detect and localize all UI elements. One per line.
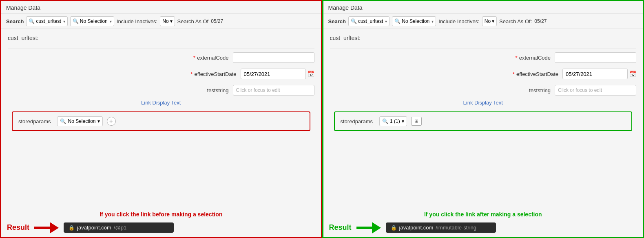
left-link-display-text[interactable]: Link Display Text [141, 100, 181, 106]
right-record-title: cust_urltest: [330, 35, 637, 41]
left-date-wrapper: 📅 [241, 69, 314, 79]
left-search-value: cust_urltest [36, 18, 61, 24]
right-panel: Manage Data Search 🔍 cust_urltest ▾ 🔍 No… [322, 0, 644, 238]
left-teststring-row: teststring Click or focus to edit [8, 85, 314, 96]
left-selection-label: No Selection [80, 18, 108, 24]
right-search-as-of-label: Search As Of: [499, 18, 532, 24]
right-external-code-row: * externalCode [330, 52, 637, 63]
left-include-arrow-icon: ▾ [170, 18, 173, 24]
right-storedparams-selection: 1 (1) [390, 118, 400, 124]
left-divider [8, 49, 314, 49]
right-arrow-graphic [356, 224, 381, 232]
right-include-arrow-icon: ▾ [492, 18, 494, 24]
left-external-code-required: * [193, 55, 195, 61]
left-result-row: Result 🔒 javatpoint.com /@p1 [1, 219, 321, 237]
left-storedparams-dropdown[interactable]: 🔍 No Selection ▾ [57, 116, 102, 126]
right-storedparams-grid-button[interactable]: ⊞ [411, 117, 422, 126]
right-include-dropdown[interactable]: No ▾ [482, 16, 497, 26]
right-link-display-row: Link Display Text [330, 100, 637, 106]
right-search-dropdown[interactable]: 🔍 cust_urltest ▾ [348, 16, 389, 26]
left-selection-search-icon: 🔍 [73, 18, 79, 24]
right-storedparams-label: storedparams [341, 118, 373, 125]
left-include-label: Include Inactives: [117, 18, 157, 24]
left-lock-icon: 🔒 [69, 225, 75, 231]
right-date-wrapper: 📅 [562, 69, 636, 79]
left-selection-arrow-icon: ▾ [110, 19, 112, 24]
right-storedparams-dropdown[interactable]: 🔍 1 (1) ▾ [379, 116, 407, 126]
left-selection-dropdown[interactable]: 🔍 No Selection ▾ [70, 16, 114, 26]
left-storedparams-selection: No Selection [68, 118, 95, 124]
right-storedparams-arrow-icon: ▾ [402, 118, 404, 124]
left-external-code-input[interactable] [233, 52, 314, 63]
left-teststring-label: teststring [207, 87, 229, 93]
right-include-label: Include Inactives: [438, 18, 479, 24]
right-calendar-icon[interactable]: 📅 [629, 71, 636, 77]
left-search-dropdown[interactable]: 🔍 cust_urltest ▾ [26, 16, 67, 26]
right-selection-dropdown[interactable]: 🔍 No Selection ▾ [392, 16, 436, 26]
left-url-bar: 🔒 javatpoint.com /@p1 [64, 222, 174, 233]
left-external-code-label: externalCode [197, 55, 228, 61]
right-external-code-label: externalCode [519, 55, 551, 61]
left-record-title: cust_urltest: [8, 35, 314, 41]
left-toolbar: Search 🔍 cust_urltest ▾ 🔍 No Selection ▾… [1, 13, 321, 29]
right-url-path: /immutable-string [436, 225, 476, 231]
right-result-label: Result [329, 223, 352, 232]
left-storedparams-add-button[interactable]: + [107, 117, 116, 126]
right-teststring-input[interactable]: Click or focus to edit [555, 85, 636, 96]
left-search-label: Search [6, 18, 24, 24]
left-search-as-of-value: 05/27 [211, 18, 223, 24]
right-search-icon: 🔍 [351, 18, 357, 24]
right-url-bar: 🔒 javatpoint.com /immutable-string [386, 222, 496, 233]
left-arrow-head [50, 222, 59, 234]
left-search-arrow-icon: ▾ [63, 19, 65, 24]
right-selection-arrow-icon: ▾ [432, 19, 434, 24]
right-storedparams-search-icon: 🔍 [382, 118, 388, 124]
left-result-label: Result [7, 223, 29, 232]
left-calendar-icon[interactable]: 📅 [308, 71, 314, 77]
left-effective-date-row: * effectiveStartDate 📅 [8, 69, 314, 79]
left-storedparams-box: storedparams 🔍 No Selection ▾ + [12, 111, 310, 131]
left-search-as-of-label: Search As Of [177, 18, 209, 24]
right-effective-date-row: * effectiveStartDate 📅 [330, 69, 637, 79]
left-panel-title: Manage Data [1, 1, 321, 13]
right-search-label: Search [328, 18, 346, 24]
right-arrow-line [356, 227, 372, 229]
left-content: cust_urltest: * externalCode * effective… [1, 29, 321, 209]
left-include-dropdown[interactable]: No ▾ [160, 16, 175, 26]
left-url-path: /@p1 [114, 225, 126, 231]
left-effective-date-required: * [190, 71, 193, 77]
left-arrow-line [34, 227, 50, 229]
right-effective-date-input[interactable] [562, 69, 628, 79]
right-content: cust_urltest: * externalCode * effective… [323, 29, 643, 209]
left-effective-date-label: effectiveStartDate [194, 71, 236, 77]
right-lock-icon: 🔒 [391, 225, 397, 231]
right-selection-search-icon: 🔍 [394, 18, 401, 24]
right-storedparams-box: storedparams 🔍 1 (1) ▾ ⊞ [334, 111, 633, 131]
left-external-code-row: * externalCode [8, 52, 314, 63]
left-storedparams-label: storedparams [18, 118, 51, 125]
left-search-icon: 🔍 [29, 18, 35, 24]
right-toolbar: Search 🔍 cust_urltest ▾ 🔍 No Selection ▾… [323, 13, 643, 29]
right-teststring-row: teststring Click or focus to edit [330, 85, 637, 96]
left-effective-date-input[interactable] [241, 69, 306, 79]
left-storedparams-search-icon: 🔍 [60, 118, 66, 124]
left-storedparams-arrow-icon: ▾ [97, 118, 100, 124]
right-effective-date-label: effectiveStartDate [516, 71, 558, 77]
right-include-value: No [485, 18, 491, 24]
right-caption: If you click the link after making a sel… [323, 209, 643, 219]
left-caption: If you click the link before making a se… [1, 209, 321, 219]
left-arrow-graphic [34, 224, 59, 232]
right-divider [330, 49, 637, 49]
right-teststring-label: teststring [529, 87, 551, 93]
left-url-domain: javatpoint.com [77, 225, 111, 231]
right-result-row: Result 🔒 javatpoint.com /immutable-strin… [323, 219, 643, 237]
right-effective-date-required: * [513, 71, 515, 77]
right-link-display-text[interactable]: Link Display Text [463, 100, 503, 106]
right-search-value: cust_urltest [358, 18, 383, 24]
right-external-code-required: * [516, 55, 518, 61]
left-include-value: No [162, 18, 168, 24]
right-external-code-input[interactable] [555, 52, 636, 63]
left-teststring-input[interactable]: Click or focus to edit [233, 85, 314, 96]
right-url-domain: javatpoint.com [399, 225, 434, 231]
left-link-display-row: Link Display Text [8, 100, 314, 106]
